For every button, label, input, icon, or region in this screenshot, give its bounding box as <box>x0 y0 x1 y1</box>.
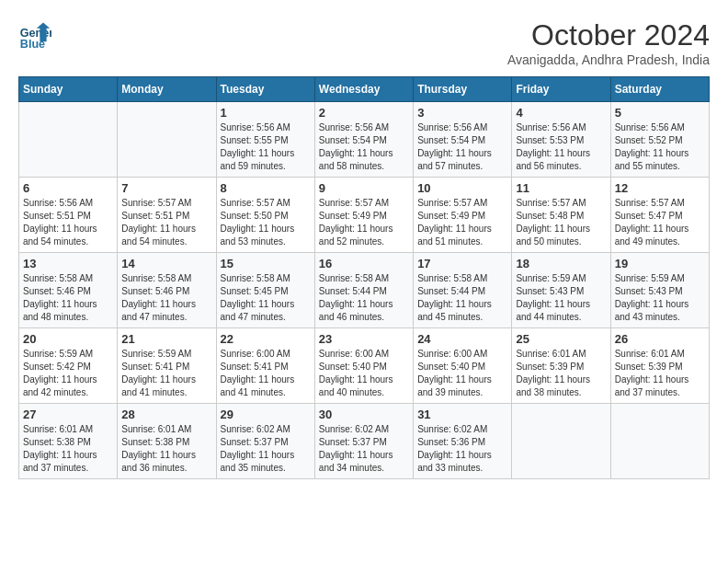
day-info: Sunrise: 6:00 AMSunset: 5:40 PMDaylight:… <box>417 348 507 399</box>
day-number: 11 <box>516 181 606 195</box>
day-info: Sunrise: 6:01 AMSunset: 5:39 PMDaylight:… <box>516 348 606 399</box>
day-cell: 11Sunrise: 5:57 AMSunset: 5:48 PMDayligh… <box>512 178 610 253</box>
col-header-tuesday: Tuesday <box>216 77 314 102</box>
day-info: Sunrise: 5:57 AMSunset: 5:50 PMDaylight:… <box>221 197 311 248</box>
day-cell: 31Sunrise: 6:02 AMSunset: 5:36 PMDayligh… <box>414 404 512 479</box>
day-cell: 20Sunrise: 5:59 AMSunset: 5:42 PMDayligh… <box>19 328 118 404</box>
day-info: Sunrise: 5:57 AMSunset: 5:48 PMDaylight:… <box>516 197 606 248</box>
day-info: Sunrise: 5:59 AMSunset: 5:43 PMDaylight:… <box>516 272 606 324</box>
day-info: Sunrise: 6:01 AMSunset: 5:39 PMDaylight:… <box>615 348 705 399</box>
logo: General Blue <box>18 18 51 52</box>
day-cell: 5Sunrise: 5:56 AMSunset: 5:52 PMDaylight… <box>610 102 709 178</box>
day-number: 17 <box>417 257 507 270</box>
day-cell: 7Sunrise: 5:57 AMSunset: 5:51 PMDaylight… <box>118 178 216 253</box>
day-info: Sunrise: 5:58 AMSunset: 5:46 PMDaylight:… <box>23 272 113 324</box>
day-cell: 25Sunrise: 6:01 AMSunset: 5:39 PMDayligh… <box>512 328 610 404</box>
page-header: General Blue October 2024 Avanigadda, An… <box>18 18 710 67</box>
col-header-friday: Friday <box>512 77 610 102</box>
day-cell <box>118 102 216 178</box>
day-number: 14 <box>121 257 211 270</box>
week-row-1: 1Sunrise: 5:56 AMSunset: 5:55 PMDaylight… <box>19 102 710 178</box>
title-block: October 2024 Avanigadda, Andhra Pradesh,… <box>507 18 710 67</box>
day-info: Sunrise: 5:58 AMSunset: 5:44 PMDaylight:… <box>417 272 507 324</box>
day-info: Sunrise: 6:01 AMSunset: 5:38 PMDaylight:… <box>121 423 211 475</box>
day-info: Sunrise: 5:56 AMSunset: 5:52 PMDaylight:… <box>615 121 705 173</box>
week-row-3: 13Sunrise: 5:58 AMSunset: 5:46 PMDayligh… <box>19 253 710 328</box>
week-row-4: 20Sunrise: 5:59 AMSunset: 5:42 PMDayligh… <box>19 328 710 404</box>
day-number: 27 <box>23 408 113 421</box>
day-number: 20 <box>23 332 113 346</box>
day-number: 7 <box>121 181 211 195</box>
day-number: 6 <box>23 181 113 195</box>
col-header-wednesday: Wednesday <box>314 77 413 102</box>
day-cell: 29Sunrise: 6:02 AMSunset: 5:37 PMDayligh… <box>216 404 314 479</box>
day-number: 13 <box>23 257 113 270</box>
day-info: Sunrise: 5:57 AMSunset: 5:49 PMDaylight:… <box>319 197 409 248</box>
day-number: 31 <box>417 408 507 421</box>
day-number: 26 <box>615 332 705 346</box>
day-cell: 22Sunrise: 6:00 AMSunset: 5:41 PMDayligh… <box>216 328 314 404</box>
day-cell: 17Sunrise: 5:58 AMSunset: 5:44 PMDayligh… <box>414 253 512 328</box>
day-info: Sunrise: 5:59 AMSunset: 5:43 PMDaylight:… <box>615 272 705 324</box>
calendar-table: SundayMondayTuesdayWednesdayThursdayFrid… <box>18 76 710 479</box>
day-cell: 21Sunrise: 5:59 AMSunset: 5:41 PMDayligh… <box>118 328 216 404</box>
day-info: Sunrise: 5:56 AMSunset: 5:51 PMDaylight:… <box>23 197 113 248</box>
day-cell: 24Sunrise: 6:00 AMSunset: 5:40 PMDayligh… <box>414 328 512 404</box>
day-cell: 9Sunrise: 5:57 AMSunset: 5:49 PMDaylight… <box>314 178 413 253</box>
day-cell: 2Sunrise: 5:56 AMSunset: 5:54 PMDaylight… <box>314 102 413 178</box>
day-number: 12 <box>615 181 705 195</box>
day-cell: 16Sunrise: 5:58 AMSunset: 5:44 PMDayligh… <box>314 253 413 328</box>
day-cell: 18Sunrise: 5:59 AMSunset: 5:43 PMDayligh… <box>512 253 610 328</box>
day-cell: 26Sunrise: 6:01 AMSunset: 5:39 PMDayligh… <box>610 328 709 404</box>
day-number: 2 <box>319 106 409 120</box>
day-cell: 1Sunrise: 5:56 AMSunset: 5:55 PMDaylight… <box>216 102 314 178</box>
day-info: Sunrise: 5:57 AMSunset: 5:47 PMDaylight:… <box>615 197 705 248</box>
day-info: Sunrise: 5:58 AMSunset: 5:44 PMDaylight:… <box>319 272 409 324</box>
day-info: Sunrise: 5:57 AMSunset: 5:49 PMDaylight:… <box>417 197 507 248</box>
day-number: 10 <box>417 181 507 195</box>
day-info: Sunrise: 6:00 AMSunset: 5:40 PMDaylight:… <box>319 348 409 399</box>
day-cell: 6Sunrise: 5:56 AMSunset: 5:51 PMDaylight… <box>19 178 118 253</box>
day-cell <box>610 404 709 479</box>
day-info: Sunrise: 6:02 AMSunset: 5:37 PMDaylight:… <box>221 423 311 475</box>
month-title: October 2024 <box>507 18 710 52</box>
day-number: 1 <box>221 106 311 120</box>
day-cell: 15Sunrise: 5:58 AMSunset: 5:45 PMDayligh… <box>216 253 314 328</box>
day-number: 21 <box>121 332 211 346</box>
day-number: 8 <box>221 181 311 195</box>
day-number: 9 <box>319 181 409 195</box>
week-row-2: 6Sunrise: 5:56 AMSunset: 5:51 PMDaylight… <box>19 178 710 253</box>
day-number: 16 <box>319 257 409 270</box>
day-info: Sunrise: 5:57 AMSunset: 5:51 PMDaylight:… <box>121 197 211 248</box>
day-number: 23 <box>319 332 409 346</box>
col-header-sunday: Sunday <box>19 77 118 102</box>
logo-icon: General Blue <box>18 18 51 52</box>
day-number: 4 <box>516 106 606 120</box>
day-number: 5 <box>615 106 705 120</box>
day-cell <box>19 102 118 178</box>
day-number: 3 <box>417 106 507 120</box>
day-cell: 13Sunrise: 5:58 AMSunset: 5:46 PMDayligh… <box>19 253 118 328</box>
header-row: SundayMondayTuesdayWednesdayThursdayFrid… <box>19 77 710 102</box>
day-info: Sunrise: 6:02 AMSunset: 5:37 PMDaylight:… <box>319 423 409 475</box>
week-row-5: 27Sunrise: 6:01 AMSunset: 5:38 PMDayligh… <box>19 404 710 479</box>
location-subtitle: Avanigadda, Andhra Pradesh, India <box>507 52 710 67</box>
day-number: 19 <box>615 257 705 270</box>
day-cell: 14Sunrise: 5:58 AMSunset: 5:46 PMDayligh… <box>118 253 216 328</box>
day-number: 22 <box>221 332 311 346</box>
day-cell: 30Sunrise: 6:02 AMSunset: 5:37 PMDayligh… <box>314 404 413 479</box>
day-cell: 4Sunrise: 5:56 AMSunset: 5:53 PMDaylight… <box>512 102 610 178</box>
day-info: Sunrise: 5:56 AMSunset: 5:54 PMDaylight:… <box>417 121 507 173</box>
day-cell <box>512 404 610 479</box>
day-cell: 27Sunrise: 6:01 AMSunset: 5:38 PMDayligh… <box>19 404 118 479</box>
day-info: Sunrise: 5:56 AMSunset: 5:53 PMDaylight:… <box>516 121 606 173</box>
day-number: 29 <box>221 408 311 421</box>
day-info: Sunrise: 6:00 AMSunset: 5:41 PMDaylight:… <box>221 348 311 399</box>
day-number: 25 <box>516 332 606 346</box>
day-info: Sunrise: 5:56 AMSunset: 5:54 PMDaylight:… <box>319 121 409 173</box>
day-cell: 19Sunrise: 5:59 AMSunset: 5:43 PMDayligh… <box>610 253 709 328</box>
day-cell: 3Sunrise: 5:56 AMSunset: 5:54 PMDaylight… <box>414 102 512 178</box>
day-info: Sunrise: 5:59 AMSunset: 5:41 PMDaylight:… <box>121 348 211 399</box>
col-header-saturday: Saturday <box>610 77 709 102</box>
day-info: Sunrise: 5:56 AMSunset: 5:55 PMDaylight:… <box>221 121 311 173</box>
